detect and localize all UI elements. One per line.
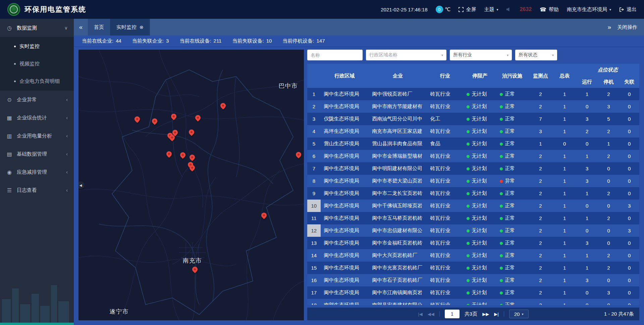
theme-dropdown[interactable]: 主题 ▾: [484, 6, 498, 13]
fullscreen-button[interactable]: 全屏: [459, 6, 476, 13]
logout-button[interactable]: 退出: [619, 6, 637, 13]
facility-text: 正常: [505, 91, 515, 97]
table-row[interactable]: 10阆中生态环境局阆中千佛镇五郎垭页岩砖瓦行业无计划正常21003: [307, 200, 639, 212]
sidebar-section-base-data[interactable]: ▤基础数据管理‹: [0, 145, 74, 163]
table-row[interactable]: 7阆中生态环境局阆中明阳建材有限公司砖瓦行业无计划正常21300: [307, 162, 639, 175]
stat-label: 当前停机设备:: [282, 38, 314, 44]
table-row[interactable]: 9阆中生态环境局阆中市二龙长宝页岩砖砖瓦行业无计划正常21120: [307, 187, 639, 200]
map-pin[interactable]: [180, 152, 185, 158]
close-operations-button[interactable]: 关闭操作: [617, 24, 637, 31]
scroll-tabs-right-button[interactable]: »: [607, 23, 611, 31]
cell-monitor-points: 2: [528, 286, 553, 299]
first-page-button[interactable]: |◀: [418, 312, 422, 317]
table-row[interactable]: 11阆中生态环境局阆中市五马桥页岩机砖砖瓦行业无计划正常21120: [307, 212, 639, 224]
map-pin[interactable]: [220, 103, 226, 108]
col-limit-production: 停限产: [463, 64, 496, 88]
table-row[interactable]: 18南部生态环境局南部县宏泰建材有限公砖瓦行业无计划正常21000: [307, 299, 639, 305]
table-row[interactable]: 2阆中生态环境局阆中市南方节能建材有砖瓦行业无计划正常21030: [307, 100, 639, 113]
sidebar-item-power-load-detail[interactable]: 企业电力负荷明细: [0, 72, 74, 90]
cell-running: 1: [576, 262, 598, 274]
table-row[interactable]: 1阆中生态环境局阆中强锐页岩砖厂砖瓦行业无计划正常21120: [307, 88, 639, 100]
map-pin[interactable]: [152, 118, 157, 124]
log-icon: ☰: [6, 187, 13, 194]
map-pin[interactable]: [189, 129, 194, 135]
page-number-input[interactable]: [445, 310, 460, 318]
pagination-bar: |◀ ◀◀ 共3页 ▶▶ ▶| 20 ▾ 1 - 20 共47条: [307, 308, 639, 320]
table-row[interactable]: 8阆中生态环境局阆中市枣碧大梁山页岩砖瓦行业无计划异常21300: [307, 175, 639, 187]
chevron-left-icon: ‹: [66, 169, 68, 175]
next-page-button[interactable]: ▶▶: [482, 312, 489, 317]
sidebar-section-enterprise-abnormal[interactable]: ⊙企业异常‹: [0, 91, 74, 109]
map-pin[interactable]: [190, 155, 195, 160]
scroll-tabs-left-button[interactable]: «: [74, 19, 88, 36]
sidebar-section-data-monitor[interactable]: ◷数据监测∨: [0, 19, 74, 37]
cell-industry: 砖瓦行业: [427, 249, 463, 262]
table-row[interactable]: 17阆中生态环境局阆中市江南镇阆南页岩砖瓦行业无计划正常21030: [307, 286, 639, 299]
cell-stopped: 3: [598, 100, 619, 113]
map-pin[interactable]: [169, 135, 175, 140]
cell-running: 1: [576, 212, 598, 224]
cell-limit-production: 无计划: [463, 125, 496, 138]
stat-item: 当前失联设备:10: [232, 38, 272, 44]
cell-monitor-points: 3: [528, 125, 553, 138]
help-button[interactable]: ☎ 帮助: [540, 6, 559, 13]
fullscreen-icon: [459, 7, 464, 12]
status-dot-icon: [500, 167, 503, 170]
map-pin[interactable]: [190, 165, 195, 170]
col-monitor-points: 监测点: [528, 64, 553, 88]
table-row[interactable]: 15阆中生态环境局阆中市光富页岩机砖厂砖瓦行业无计划正常21120: [307, 262, 639, 274]
close-tab-icon[interactable]: ⊗: [140, 24, 144, 30]
cell-monitor-points: 2: [528, 100, 553, 113]
limit-text: 无计划: [472, 277, 487, 283]
brand: 环保用电监管系统: [7, 3, 86, 16]
temperature-badge: 0: [436, 6, 443, 13]
sidebar-section-log-view[interactable]: ☰日志查看‹: [0, 181, 74, 199]
last-page-button[interactable]: ▶|: [494, 312, 498, 317]
mute-button[interactable]: [506, 7, 512, 12]
alert-icon: ◉: [6, 169, 13, 175]
map-pin[interactable]: [166, 151, 172, 157]
map-pin[interactable]: [171, 114, 176, 119]
sidebar-section-enterprise-statistics[interactable]: ▦企业综合统计‹: [0, 109, 74, 127]
table-row[interactable]: 3仪陇生态环境局西南油气田分公司川中化工无计划正常71350: [307, 113, 639, 125]
table-row[interactable]: 16阆中生态环境局阆中市石子页岩机砖厂砖瓦行业无计划正常21300: [307, 274, 639, 286]
cell-company: 阆中市南方节能建材有: [369, 100, 427, 113]
stat-label: 当前在线设备:: [179, 38, 211, 44]
sidebar-item-video-monitor[interactable]: 视频监控: [0, 55, 74, 72]
map-pin[interactable]: [261, 213, 267, 218]
table-row[interactable]: 13阆中生态环境局阆中市金福旺页岩机砖砖瓦行业无计划正常21300: [307, 237, 639, 249]
cell-region: 营山生态环境局: [321, 138, 369, 150]
tab-home[interactable]: 首页: [88, 19, 110, 36]
table-row[interactable]: 12阆中生态环境局阆中市忠信建材有限公砖瓦行业无计划正常21003: [307, 224, 639, 237]
stat-item: 当前在线企业:44: [82, 38, 121, 44]
name-filter-input[interactable]: [307, 50, 363, 60]
table-row[interactable]: 5营山生态环境局营山县润丰肉食品有限食品无计划正常10010: [307, 138, 639, 150]
cell-company: 阆中大兴页岩机砖厂: [369, 249, 427, 262]
map-pin[interactable]: [135, 116, 140, 122]
map-pin[interactable]: [192, 267, 198, 272]
cell-disconnected: 3: [620, 224, 639, 237]
sidebar-section-power-usage-analysis[interactable]: ▥企业用电量分析‹: [0, 127, 74, 145]
table-row[interactable]: 14阆中生态环境局阆中大兴页岩机砖厂砖瓦行业无计划正常21120: [307, 249, 639, 262]
status-dot-icon: [467, 242, 470, 245]
org-dropdown[interactable]: 南充市生态环境局 ▾: [567, 6, 611, 13]
status-filter-select[interactable]: 所有状态 ▾: [515, 50, 557, 60]
map-pin[interactable]: [296, 152, 301, 157]
table-row[interactable]: 4高坪生态环境局南充市高坪区王家店建砖瓦行业无计划正常31220: [307, 125, 639, 138]
cell-total-meter: 1: [553, 187, 576, 200]
map-panel[interactable]: ◀ 巴中市南充市遂宁市: [78, 50, 304, 320]
sidebar-item-realtime-monitor[interactable]: 实时监控: [0, 38, 74, 55]
table-row[interactable]: 6阆中生态环境局阆中市金博瑞新型墙材砖瓦行业无计划正常21120: [307, 150, 639, 162]
cell-stopped: 0: [598, 162, 619, 175]
chevron-left-icon: ‹: [66, 115, 68, 120]
sidebar-section-emergency-reduction[interactable]: ◉应急减排管理‹: [0, 163, 74, 181]
region-filter-select[interactable]: 行政区域名称 ▾: [366, 50, 446, 60]
prev-page-button[interactable]: ◀◀: [428, 312, 434, 317]
cell-region: 阆中生态环境局: [321, 237, 369, 249]
industry-filter-select[interactable]: 所有行业 ▾: [450, 50, 512, 60]
cell-total-meter: 1: [553, 125, 576, 138]
page-size-select[interactable]: 20 ▾: [509, 310, 529, 318]
map-pin[interactable]: [195, 115, 201, 120]
cell-industry: 砖瓦行业: [427, 262, 463, 274]
tab-realtime-monitor[interactable]: 实时监控⊗: [110, 19, 150, 36]
